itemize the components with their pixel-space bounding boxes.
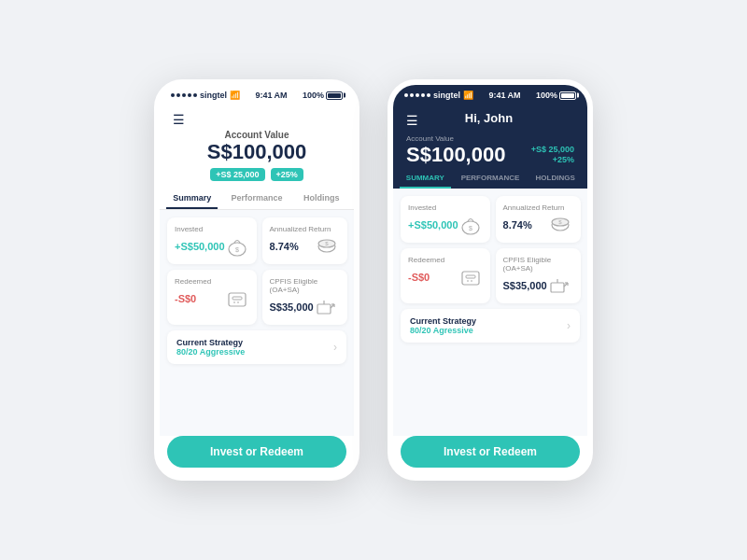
strategy-label: Current Strategy <box>176 338 245 347</box>
tab-summary[interactable]: Summary <box>160 187 224 209</box>
account-value-label: Account Value <box>173 130 341 140</box>
hamburger-icon-dark[interactable]: ☰ <box>406 113 418 128</box>
content-area-dark: Invested +S$50,000 $ A <box>393 189 587 436</box>
strategy-value: 80/20 Aggressive <box>176 347 245 357</box>
wifi-icon-dark: 📶 <box>463 91 473 100</box>
signal-dots <box>171 93 197 97</box>
svg-rect-10 <box>317 304 331 314</box>
tab-performance-dark[interactable]: PERFORMANCE <box>458 167 524 189</box>
status-left-dark: singtel 📶 <box>404 91 473 100</box>
strategy-card[interactable]: Current Strategy 80/20 Aggressive › <box>167 330 346 364</box>
invested-value: +S$50,000 <box>175 241 225 252</box>
chevron-right-icon-dark: › <box>567 319 571 332</box>
dot2 <box>176 93 180 97</box>
content-area: Invested +S$50,000 $ A <box>160 210 354 436</box>
cpfis-value-dark: S$35,000 <box>503 280 547 291</box>
phones-container: singtel 📶 9:41 AM 100% ☰ Account Value S… <box>154 79 593 481</box>
invested-label: Invested <box>175 225 249 233</box>
coins-icon-dark: $ <box>547 215 573 235</box>
dot3d <box>416 93 419 97</box>
tab-summary-dark[interactable]: SUMMARY <box>393 167 458 189</box>
strategy-value-dark: 80/20 Agressive <box>410 326 476 335</box>
svg-text:$: $ <box>235 246 239 253</box>
redeemed-value: -S$0 <box>175 293 196 304</box>
tab-performance[interactable]: Performance <box>224 187 289 209</box>
svg-rect-24 <box>551 283 564 292</box>
dot4 <box>188 93 191 97</box>
badge-percent-dark: +25% <box>553 155 574 164</box>
cpfis-icon-dark <box>547 275 573 296</box>
badge-amount-dark: +S$ 25,000 <box>531 145 574 154</box>
strategy-card-dark[interactable]: Current Strategy 80/20 Agressive › <box>401 309 580 343</box>
dot5 <box>193 93 197 97</box>
battery-box: 100% <box>303 91 343 100</box>
atm-icon-dark <box>458 267 483 287</box>
tabs-light: Summary Performance Holdings <box>160 187 354 210</box>
badge-amount: +S$ 25,000 <box>210 168 264 181</box>
dot5d <box>427 93 430 97</box>
cpfis-label-dark: CPFIS Eligible (OA+SA) <box>503 256 573 273</box>
time-label-dark: 9:41 AM <box>488 91 520 100</box>
battery-pct: 100% <box>303 91 324 100</box>
battery-icon-dark <box>559 91 576 100</box>
annualized-row-dark: 8.74% $ <box>503 215 573 235</box>
hamburger-icon: ☰ <box>173 112 185 127</box>
atm-icon <box>225 288 249 309</box>
phone-light: singtel 📶 9:41 AM 100% ☰ Account Value S… <box>154 79 359 481</box>
invest-button-dark[interactable]: Invest or Redeem <box>401 436 580 468</box>
badge-percent: +25% <box>271 168 303 181</box>
dark-header: ☰ Hi, John Account Value S$100,000 +S$ 2… <box>393 104 587 167</box>
redeemed-card-dark: Redeemed -S$0 <box>401 248 490 303</box>
coins-icon: $ <box>314 236 340 257</box>
annualized-label-dark: Annualized Return <box>503 203 573 212</box>
invested-label-dark: Invested <box>408 203 483 212</box>
annualized-card-dark: Annualized Return 8.74% $ <box>496 196 581 243</box>
account-value-dark: S$100,000 <box>406 143 505 167</box>
cpfis-icon <box>314 297 340 317</box>
dark-value-row: S$100,000 +S$ 25,000 +25% <box>406 143 574 167</box>
status-left: singtel 📶 <box>171 91 240 100</box>
redeemed-card: Redeemed -S$0 <box>167 270 257 325</box>
tabs-dark: SUMMARY PERFORMANCE HOLDINGS <box>393 167 587 189</box>
cpfis-card-dark: CPFIS Eligible (OA+SA) S$35,000 <box>496 248 581 303</box>
strategy-text-dark: Current Strategy 80/20 Agressive <box>410 316 476 335</box>
cpfis-value: S$35,000 <box>270 301 314 313</box>
summary-grid: Invested +S$50,000 $ A <box>167 217 346 325</box>
svg-rect-21 <box>466 275 475 278</box>
dark-badges: +S$ 25,000 +25% <box>531 145 574 164</box>
annualized-card: Annualized Return 8.74% $ <box>262 217 347 264</box>
invest-button[interactable]: Invest or Redeem <box>167 436 346 468</box>
invested-card: Invested +S$50,000 $ <box>167 217 257 264</box>
status-bar-light: singtel 📶 9:41 AM 100% <box>160 85 354 104</box>
dot1d <box>404 93 408 97</box>
dot2d <box>410 93 414 97</box>
cpfis-row-dark: S$35,000 <box>503 275 573 296</box>
chevron-right-icon: › <box>333 341 337 354</box>
summary-grid-dark: Invested +S$50,000 $ A <box>401 196 580 303</box>
invested-card-dark: Invested +S$50,000 $ <box>401 196 490 243</box>
strategy-label-dark: Current Strategy <box>410 316 476 326</box>
dot4d <box>421 93 425 97</box>
redeemed-row-dark: -S$0 <box>408 267 483 287</box>
cpfis-row: S$35,000 <box>270 297 340 317</box>
account-value: S$100,000 <box>173 140 341 164</box>
invested-row-dark: +S$50,000 $ <box>408 215 483 235</box>
tab-holdings-dark[interactable]: HOLDINGS <box>523 167 587 189</box>
annualized-row: 8.74% $ <box>270 236 340 257</box>
redeemed-label-dark: Redeemed <box>408 256 483 264</box>
tab-holdings[interactable]: Holdings <box>289 187 354 209</box>
status-bar-dark: singtel 📶 9:41 AM 100% <box>393 85 587 104</box>
wifi-icon: 📶 <box>230 91 240 100</box>
signal-dots-dark <box>404 93 430 97</box>
carrier-label-dark: singtel <box>433 91 460 100</box>
value-badges: +S$ 25,000 +25% <box>173 168 341 181</box>
cpfis-label: CPFIS Eligible (OA+SA) <box>270 277 340 294</box>
carrier-label: singtel <box>200 91 227 100</box>
money-bag-icon-dark: $ <box>458 215 483 235</box>
battery-fill-dark <box>561 93 574 98</box>
invested-row: +S$50,000 $ <box>175 236 249 257</box>
svg-rect-6 <box>233 297 242 300</box>
menu-icon[interactable]: ☰ <box>173 111 341 128</box>
money-bag-icon: $ <box>225 236 249 257</box>
battery-fill <box>328 93 341 98</box>
